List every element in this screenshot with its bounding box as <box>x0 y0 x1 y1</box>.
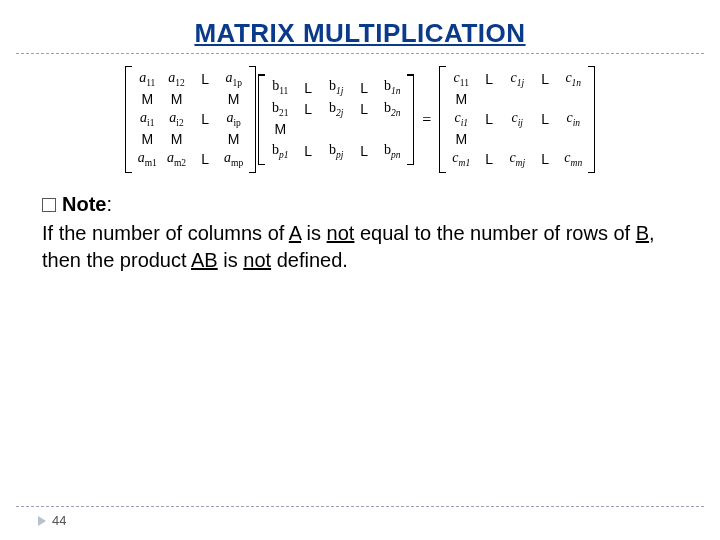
matrix-equation: a11 a12 L a1p M M M ai1 ai2 L aip M M M … <box>14 66 706 173</box>
cell: b1n <box>383 78 401 97</box>
product-ab-ref: AB <box>191 249 218 271</box>
cell: amp <box>224 150 243 169</box>
matrix-b-ref: B <box>636 222 649 244</box>
ellipsis-l: L <box>536 71 554 88</box>
note-heading: Note: <box>42 193 112 215</box>
cell: aip <box>225 110 243 129</box>
bracket-left <box>439 66 446 173</box>
matrix-b-grid: b11 L b1j L b1n b21 L b2j L b2n M <box>265 74 407 164</box>
bracket-left <box>258 74 265 164</box>
cell: bpj <box>327 142 345 161</box>
ellipsis-l: L <box>355 101 373 118</box>
cell: cij <box>508 110 526 129</box>
ellipsis-l: L <box>355 80 373 97</box>
ellipsis-l: L <box>196 151 214 168</box>
ellipsis-l: L <box>480 151 498 168</box>
cell: am2 <box>167 150 186 169</box>
not-emphasis: not <box>243 249 271 271</box>
footer-divider <box>16 506 704 507</box>
ellipsis-l: L <box>196 71 214 88</box>
triangle-icon <box>38 516 46 526</box>
title-divider <box>16 53 704 54</box>
cell: ci1 <box>452 110 470 129</box>
cell: b11 <box>271 78 289 97</box>
cell: cin <box>564 110 582 129</box>
cell: c11 <box>452 70 470 89</box>
page-number-value: 44 <box>52 513 66 528</box>
ellipsis-m: M <box>138 131 156 148</box>
cell: b2j <box>327 100 345 119</box>
matrix-c-grid: c11 L c1j L c1n M ci1 L cij L cin M <box>446 66 588 173</box>
cell: c1n <box>564 70 582 89</box>
cell: b1j <box>327 78 345 97</box>
ellipsis-l: L <box>355 143 373 160</box>
ellipsis-m: M <box>452 91 470 108</box>
ellipsis-m: M <box>167 131 185 148</box>
cell: b21 <box>271 100 289 119</box>
ellipsis-l: L <box>196 111 214 128</box>
ellipsis-l: L <box>299 101 317 118</box>
ellipsis-l: L <box>480 71 498 88</box>
cell: bp1 <box>271 142 289 161</box>
note-body: If the number of columns of A is not equ… <box>42 220 678 274</box>
note-label: Note <box>62 193 106 215</box>
cell: cmj <box>508 150 526 169</box>
cell: bpn <box>383 142 401 161</box>
equals-sign: = <box>416 111 437 129</box>
matrix-c: c11 L c1j L c1n M ci1 L cij L cin M <box>439 66 595 173</box>
cell: cmn <box>564 150 582 169</box>
bracket-right <box>249 66 256 173</box>
cell: b2n <box>383 100 401 119</box>
ellipsis-m: M <box>271 121 289 138</box>
cell: a1p <box>225 70 243 89</box>
cell: am1 <box>138 150 157 169</box>
cell: c1j <box>508 70 526 89</box>
ellipsis-l: L <box>536 151 554 168</box>
slide-title: MATRIX MULTIPLICATION <box>14 18 706 49</box>
not-emphasis: not <box>327 222 355 244</box>
matrix-a: a11 a12 L a1p M M M ai1 ai2 L aip M M M … <box>125 66 257 173</box>
ellipsis-m: M <box>452 131 470 148</box>
bracket-left <box>125 66 132 173</box>
bracket-right <box>588 66 595 173</box>
cell: a11 <box>138 70 156 89</box>
ellipsis-m: M <box>225 91 243 108</box>
footer: 44 <box>14 506 706 528</box>
cell: ai2 <box>167 110 185 129</box>
matrix-a-grid: a11 a12 L a1p M M M ai1 ai2 L aip M M M … <box>132 66 250 173</box>
ellipsis-m: M <box>167 91 185 108</box>
ellipsis-l: L <box>480 111 498 128</box>
ellipsis-l: L <box>536 111 554 128</box>
cell: ai1 <box>138 110 156 129</box>
slide: MATRIX MULTIPLICATION a11 a12 L a1p M M … <box>0 0 720 540</box>
note-colon: : <box>106 193 112 215</box>
ellipsis-l: L <box>299 143 317 160</box>
matrix-a-ref: A <box>289 222 301 244</box>
ellipsis-m: M <box>138 91 156 108</box>
cell: cm1 <box>452 150 470 169</box>
ellipsis-l: L <box>299 80 317 97</box>
page-number: 44 <box>14 513 706 528</box>
bracket-right <box>407 74 414 164</box>
matrix-b: b11 L b1j L b1n b21 L b2j L b2n M <box>258 74 414 164</box>
ellipsis-m: M <box>225 131 243 148</box>
cell: a12 <box>167 70 185 89</box>
note-block: Note: If the number of columns of A is n… <box>42 191 678 274</box>
square-bullet-icon <box>42 198 56 212</box>
